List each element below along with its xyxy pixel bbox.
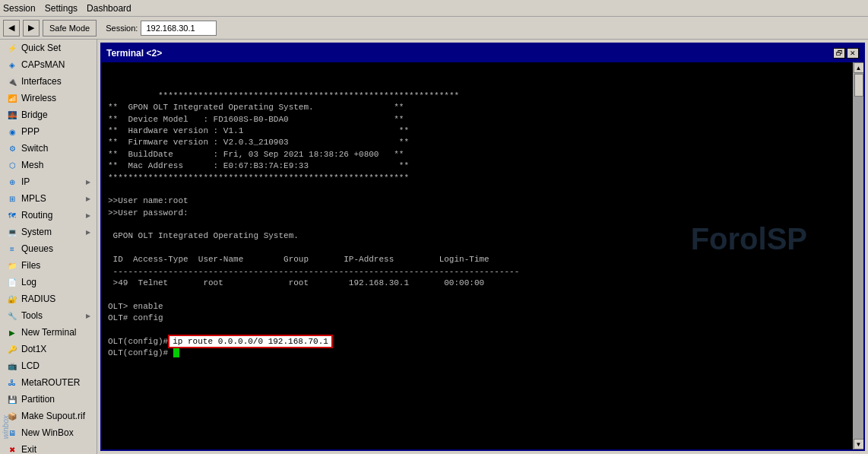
menu-settings[interactable]: Settings <box>45 3 78 14</box>
sidebar-item-system[interactable]: 💻 System <box>0 224 97 240</box>
sidebar-item-partition[interactable]: 💾 Partition <box>0 391 97 408</box>
sidebar-label-system: System <box>21 227 52 237</box>
sidebar-item-make-supout[interactable]: 📦 Make Supout.rif <box>0 408 97 424</box>
sidebar-item-exit[interactable]: ✖ Exit <box>0 441 97 454</box>
sidebar-item-dot1x[interactable]: 🔑 Dot1X <box>0 341 97 357</box>
sidebar-item-routing[interactable]: 🗺 Routing <box>0 207 97 224</box>
menu-dashboard[interactable]: Dashboard <box>87 3 131 14</box>
session-label: Session: <box>106 24 138 33</box>
scrollbar-thumb[interactable] <box>854 74 863 97</box>
sidebar-label-lcd: LCD <box>21 360 40 371</box>
terminal-line-8: >>User name:root <box>108 196 188 205</box>
terminal-line-12: ----------------------------------------… <box>108 267 519 276</box>
wireless-icon: 📶 <box>6 92 18 104</box>
sidebar-item-wireless[interactable]: 📶 Wireless <box>0 90 97 106</box>
terminal-titlebar: Terminal <2> 🗗 ✕ <box>102 44 863 62</box>
terminal-line-1: ** GPON OLT Integrated Operating System.… <box>108 103 404 112</box>
terminal-prompt-cmd: OLT(config)# <box>108 337 168 346</box>
terminal-line-14: OLT> enable <box>108 302 163 311</box>
sidebar-item-metarouter[interactable]: 🖧 MetaROUTER <box>0 374 97 391</box>
sidebar-item-new-winbox[interactable]: 🖥 New WinBox <box>0 424 97 441</box>
terminal-line-4: ** Firmware version : V2.0.3_210903 ** <box>108 138 409 147</box>
sidebar-label-new-terminal: New Terminal <box>21 327 76 338</box>
terminal-highlighted-cmd: ip route 0.0.0.0/0 192.168.70.1 <box>168 335 333 348</box>
terminal-close-button[interactable]: ✕ <box>847 48 859 59</box>
sidebar-item-ppp[interactable]: ◉ PPP <box>0 123 97 140</box>
routing-icon: 🗺 <box>6 209 18 221</box>
sidebar-label-bridge: Bridge <box>21 110 48 120</box>
sidebar-item-ip[interactable]: ⊕ IP <box>0 173 97 190</box>
terminal-line-11: ID Access-Type User-Name Group IP-Addres… <box>108 255 489 264</box>
main-area: ⚡ Quick Set ◈ CAPsMAN 🔌 Interfaces 📶 Wir… <box>0 40 868 454</box>
scrollbar-up-arrow[interactable]: ▲ <box>854 62 864 73</box>
terminal-scrollbar: ▲ ▼ <box>853 62 863 449</box>
sidebar-label-metarouter: MetaROUTER <box>21 377 80 388</box>
sidebar-label-mesh: Mesh <box>21 160 43 170</box>
sidebar-label-switch: Switch <box>21 143 48 154</box>
sidebar-item-bridge[interactable]: 🌉 Bridge <box>0 106 97 123</box>
sidebar-label-quick-set: Quick Set <box>21 43 61 53</box>
sidebar-item-switch[interactable]: ⚙ Switch <box>0 140 97 157</box>
content-area: Terminal <2> 🗗 ✕ ForolSP ***************… <box>97 40 868 454</box>
capsman-icon: ◈ <box>6 59 18 71</box>
terminal-cursor <box>173 348 179 357</box>
sidebar-item-files[interactable]: 📁 Files <box>0 257 97 274</box>
sidebar-item-interfaces[interactable]: 🔌 Interfaces <box>0 73 97 90</box>
sidebar-label-partition: Partition <box>21 394 55 405</box>
forward-button[interactable]: ▶ <box>23 20 40 37</box>
scrollbar-track[interactable] <box>854 73 864 439</box>
dot1x-icon: 🔑 <box>6 343 18 355</box>
sidebar-label-wireless: Wireless <box>21 93 56 103</box>
sidebar-label-files: Files <box>21 260 40 271</box>
metarouter-icon: 🖧 <box>6 376 18 389</box>
sidebar-label-dot1x: Dot1X <box>21 344 46 354</box>
sidebar-label-tools: Tools <box>21 310 43 321</box>
terminal-line-0: ****************************************… <box>158 91 459 100</box>
sidebar-item-mpls[interactable]: ⊞ MPLS <box>0 190 97 207</box>
terminal-line-2: ** Device Model : FD1608S-B0-BDA0 ** <box>108 115 404 124</box>
ip-icon: ⊕ <box>6 176 18 188</box>
files-icon: 📁 <box>6 259 18 271</box>
terminal-line-5: ** BuildDate : Fri, 03 Sep 2021 18:38:26… <box>108 150 404 159</box>
sidebar-item-radius[interactable]: 🔐 RADIUS <box>0 290 97 307</box>
lcd-icon: 📺 <box>6 360 18 372</box>
sidebar: ⚡ Quick Set ◈ CAPsMAN 🔌 Interfaces 📶 Wir… <box>0 40 97 454</box>
menu-bar: Session Settings Dashboard <box>0 0 868 17</box>
terminal-line-15: OLT# config <box>108 313 163 322</box>
sidebar-item-capsman[interactable]: ◈ CAPsMAN <box>0 56 97 73</box>
terminal-body[interactable]: ForolSP ********************************… <box>102 62 853 449</box>
toolbar: ◀ ▶ Safe Mode Session: 192.168.30.1 <box>0 17 868 40</box>
terminal-line-6: ** Mac Address : E0:67:B3:7A:E9:33 ** <box>108 161 409 170</box>
menu-session[interactable]: Session <box>3 3 36 14</box>
log-icon: 📄 <box>6 276 18 288</box>
sidebar-item-queues[interactable]: ≡ Queues <box>0 240 97 257</box>
terminal-line-7: ****************************************… <box>108 173 409 183</box>
new-terminal-icon: ▶ <box>6 326 18 338</box>
sidebar-item-quick-set[interactable]: ⚡ Quick Set <box>0 40 97 56</box>
terminal-restore-button[interactable]: 🗗 <box>833 48 845 59</box>
scrollbar-down-arrow[interactable]: ▼ <box>854 439 864 449</box>
terminal-window: Terminal <2> 🗗 ✕ ForolSP ***************… <box>100 43 865 451</box>
safe-mode-button[interactable]: Safe Mode <box>43 20 97 37</box>
sidebar-label-ip: IP <box>21 176 30 187</box>
sidebar-label-exit: Exit <box>21 444 36 454</box>
terminal-final-prompt: OLT(config)# <box>108 348 173 357</box>
sidebar-item-log[interactable]: 📄 Log <box>0 274 97 290</box>
tools-icon: 🔧 <box>6 310 18 322</box>
sidebar-label-make-supout: Make Supout.rif <box>21 411 85 421</box>
interfaces-icon: 🔌 <box>6 75 18 87</box>
queues-icon: ≡ <box>6 243 18 255</box>
mesh-icon: ⬡ <box>6 159 18 171</box>
sidebar-item-lcd[interactable]: 📺 LCD <box>0 357 97 374</box>
bridge-icon: 🌉 <box>6 109 18 121</box>
sidebar-item-tools[interactable]: 🔧 Tools <box>0 307 97 324</box>
winbox-watermark: winbox <box>2 415 10 439</box>
sidebar-label-queues: Queues <box>21 243 53 254</box>
back-button[interactable]: ◀ <box>3 20 20 37</box>
sidebar-label-new-winbox: New WinBox <box>21 427 74 438</box>
terminal-content-row: ForolSP ********************************… <box>102 62 863 449</box>
sidebar-item-mesh[interactable]: ⬡ Mesh <box>0 157 97 173</box>
sidebar-label-radius: RADIUS <box>21 294 55 304</box>
terminal-line-10: GPON OLT Integrated Operating System. <box>108 231 299 240</box>
sidebar-item-new-terminal[interactable]: ▶ New Terminal <box>0 324 97 341</box>
